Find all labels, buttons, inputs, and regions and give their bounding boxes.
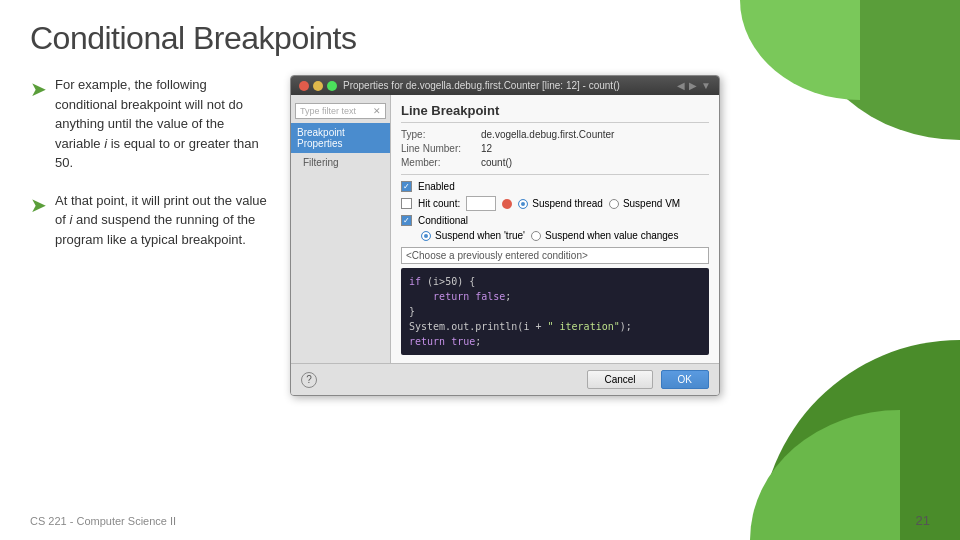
- dialog-toolbar-icons: ◀ ▶ ▼: [677, 80, 711, 91]
- code-line-3: }: [409, 304, 701, 319]
- code-line-5: return true;: [409, 334, 701, 349]
- dialog-search-box[interactable]: Type filter text ✕: [295, 103, 386, 119]
- field-row-line: Line Number: 12: [401, 143, 709, 154]
- line-label: Line Number:: [401, 143, 481, 154]
- line-value: 12: [481, 143, 492, 154]
- page-number: 21: [916, 513, 930, 528]
- section-title: Line Breakpoint: [401, 103, 709, 123]
- suspend-thread-radio[interactable]: [518, 199, 528, 209]
- dialog-buttons: Cancel OK: [587, 370, 709, 389]
- footer-label: CS 221 - Computer Science II: [30, 515, 176, 527]
- suspend-true-radio[interactable]: [421, 231, 431, 241]
- eclipse-dialog: Properties for de.vogella.debug.first.Co…: [290, 75, 720, 396]
- hit-count-checkbox[interactable]: [401, 198, 412, 209]
- traffic-lights: [299, 81, 337, 91]
- cancel-button[interactable]: Cancel: [587, 370, 652, 389]
- maximize-traffic-light[interactable]: [327, 81, 337, 91]
- search-placeholder: Type filter text: [300, 106, 356, 116]
- condition-dropdown[interactable]: <Choose a previously entered condition>: [401, 247, 709, 264]
- hit-count-label: Hit count:: [418, 198, 460, 209]
- minimize-traffic-light[interactable]: [313, 81, 323, 91]
- close-traffic-light[interactable]: [299, 81, 309, 91]
- field-row-member: Member: count(): [401, 157, 709, 168]
- toolbar-icon-2: ▶: [689, 80, 697, 91]
- enabled-row: Enabled: [401, 181, 709, 192]
- suspend-vm-radio[interactable]: [609, 199, 619, 209]
- suspend-changes-radio[interactable]: [531, 231, 541, 241]
- hit-count-row: Hit count: Suspend thread Suspend VM: [401, 196, 709, 211]
- bullet-2: ➤ At that point, it will print out the v…: [30, 191, 270, 250]
- toolbar-icon-3: ▼: [701, 80, 711, 91]
- type-label: Type:: [401, 129, 481, 140]
- member-label: Member:: [401, 157, 481, 168]
- slide-footer: CS 221 - Computer Science II 21: [30, 513, 930, 528]
- content-row: ➤ For example, the following conditional…: [30, 75, 930, 396]
- suspend-vm-label: Suspend VM: [623, 198, 680, 209]
- bullet-1: ➤ For example, the following conditional…: [30, 75, 270, 173]
- code-line-4: System.out.println(i + " iteration");: [409, 319, 701, 334]
- bullet-text-1: For example, the following conditional b…: [55, 75, 270, 173]
- code-area: if (i>50) { return false; } System.out.p…: [401, 268, 709, 355]
- slide-title: Conditional Breakpoints: [30, 20, 930, 57]
- titlebar-left: Properties for de.vogella.debug.first.Co…: [299, 80, 620, 91]
- ok-button[interactable]: OK: [661, 370, 709, 389]
- suspend-thread-radio-group: Suspend thread: [518, 198, 603, 209]
- dialog-sidebar: Type filter text ✕ Breakpoint Properties…: [291, 95, 391, 363]
- dialog-area: Properties for de.vogella.debug.first.Co…: [290, 75, 930, 396]
- bullet-dot-1: ➤: [30, 77, 47, 101]
- sidebar-item-breakpoint-properties[interactable]: Breakpoint Properties: [291, 123, 390, 153]
- text-column: ➤ For example, the following conditional…: [30, 75, 270, 249]
- enabled-checkbox[interactable]: [401, 181, 412, 192]
- enabled-label: Enabled: [418, 181, 455, 192]
- suspend-changes-radio-group: Suspend when value changes: [531, 230, 678, 241]
- hit-count-indicator: [502, 199, 512, 209]
- dialog-titlebar: Properties for de.vogella.debug.first.Co…: [291, 76, 719, 95]
- search-clear-icon[interactable]: ✕: [373, 106, 381, 116]
- member-value: count(): [481, 157, 512, 168]
- dialog-footer: ? Cancel OK: [291, 363, 719, 395]
- suspend-true-label: Suspend when 'true': [435, 230, 525, 241]
- sidebar-item-filtering[interactable]: Filtering: [291, 153, 390, 172]
- field-row-type: Type: de.vogella.debug.first.Counter: [401, 129, 709, 140]
- divider-1: [401, 174, 709, 175]
- suspend-vm-radio-group: Suspend VM: [609, 198, 680, 209]
- dialog-title-text: Properties for de.vogella.debug.first.Co…: [343, 80, 620, 91]
- suspend-when-row: Suspend when 'true' Suspend when value c…: [401, 230, 709, 241]
- code-line-2: return false;: [409, 289, 701, 304]
- conditional-row: Conditional: [401, 215, 709, 226]
- type-value: de.vogella.debug.first.Counter: [481, 129, 614, 140]
- suspend-thread-label: Suspend thread: [532, 198, 603, 209]
- slide: Conditional Breakpoints ➤ For example, t…: [0, 0, 960, 540]
- toolbar-icon-1: ◀: [677, 80, 685, 91]
- conditional-checkbox[interactable]: [401, 215, 412, 226]
- suspend-changes-label: Suspend when value changes: [545, 230, 678, 241]
- help-icon[interactable]: ?: [301, 372, 317, 388]
- code-line-1: if (i>50) {: [409, 274, 701, 289]
- suspend-true-radio-group: Suspend when 'true': [421, 230, 525, 241]
- dialog-main: Line Breakpoint Type: de.vogella.debug.f…: [391, 95, 719, 363]
- bullet-dot-2: ➤: [30, 193, 47, 217]
- dialog-body: Type filter text ✕ Breakpoint Properties…: [291, 95, 719, 363]
- bullet-text-2: At that point, it will print out the val…: [55, 191, 270, 250]
- conditional-label: Conditional: [418, 215, 468, 226]
- hit-count-input[interactable]: [466, 196, 496, 211]
